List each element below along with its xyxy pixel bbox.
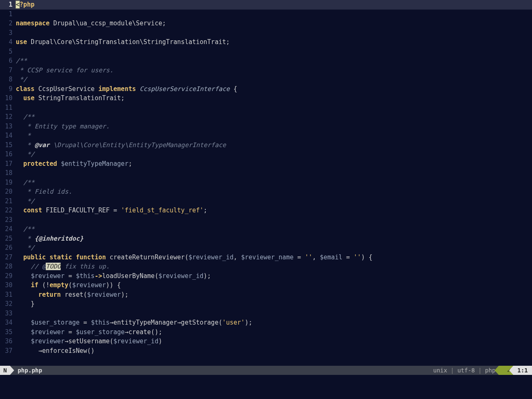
code-content[interactable]: /** (16, 224, 34, 234)
code-content[interactable]: →enforceIsNew() (16, 346, 95, 356)
line-number: 2 (0, 19, 16, 28)
code-content[interactable]: <?php (16, 0, 34, 10)
code-content[interactable]: return reset($reviewer); (16, 290, 128, 300)
code-line[interactable]: 30 if (!empty($reviewer)) { (0, 281, 532, 290)
separator-icon: | (451, 366, 454, 375)
code-line[interactable]: 29 $reviewer = $this->loadUserByName($re… (0, 271, 532, 281)
line-number: 21 (0, 197, 16, 206)
line-number: 37 (0, 346, 16, 356)
code-line[interactable]: 10 use StringTranslationTrait; (0, 94, 532, 103)
code-line[interactable]: 24 /** (0, 224, 532, 234)
code-line[interactable]: 23 (0, 215, 532, 225)
line-number: 32 (0, 299, 16, 309)
code-content[interactable]: protected $entityTypeManager; (16, 159, 132, 169)
code-line[interactable]: 15 * @var \Drupal\Core\Entity\EntityType… (0, 140, 532, 150)
code-content[interactable]: const FIELD_FACULTY_REF = 'field_st_facu… (16, 206, 207, 215)
code-line[interactable]: 1 (0, 10, 532, 19)
code-line[interactable]: 8 */ (0, 75, 532, 84)
code-line[interactable]: 32 } (0, 299, 532, 309)
code-content[interactable]: */ (16, 243, 34, 253)
code-line[interactable]: 25 * {@inheritdoc} (0, 234, 532, 244)
code-line[interactable]: 31 return reset($reviewer); (0, 290, 532, 300)
code-line[interactable]: 33 (0, 309, 532, 318)
code-line[interactable]: 35 $reviewer = $user_storage→create(); (0, 328, 532, 337)
filename-label: php.php (10, 366, 42, 375)
code-line[interactable]: 5 (0, 47, 532, 57)
line-number: 17 (0, 159, 16, 169)
code-line[interactable]: 4use Drupal\Core\StringTranslation\Strin… (0, 37, 532, 47)
code-line[interactable]: 26 */ (0, 243, 532, 253)
code-content[interactable]: * Field ids. (16, 187, 72, 197)
code-content[interactable]: namespace Drupal\ua_ccsp_module\Service; (16, 19, 166, 28)
code-content[interactable]: * (16, 131, 31, 140)
line-number: 10 (0, 94, 16, 103)
line-number: 19 (0, 178, 16, 187)
code-content[interactable]: * {@inheritdoc} (16, 234, 84, 244)
code-content[interactable]: public static function createReturnRevie… (16, 253, 372, 262)
line-number: 16 (0, 150, 16, 159)
line-number: 34 (0, 318, 16, 328)
code-content[interactable]: */ (16, 150, 34, 159)
code-line[interactable]: 27 public static function createReturnRe… (0, 253, 532, 262)
code-line[interactable]: 2namespace Drupal\ua_ccsp_module\Service… (0, 19, 532, 28)
line-number: 28 (0, 262, 16, 271)
code-line[interactable]: 7 * CCSP service for users. (0, 66, 532, 75)
code-line[interactable]: 34 $user_storage = $this→entityTypeManag… (0, 318, 532, 328)
line-number: 31 (0, 290, 16, 300)
code-line[interactable]: 36 $reviewer→setUsername($reviewer_id) (0, 337, 532, 346)
code-line[interactable]: 14 * (0, 131, 532, 140)
code-line[interactable]: 6/** (0, 56, 532, 66)
line-number: 15 (0, 140, 16, 150)
line-number: 1 (0, 0, 16, 10)
code-line[interactable]: 21 */ (0, 197, 532, 206)
line-number: 9 (0, 84, 16, 94)
line-number: 22 (0, 206, 16, 215)
code-line[interactable]: 16 */ (0, 150, 532, 159)
line-number: 5 (0, 47, 16, 57)
line-number: 6 (0, 56, 16, 66)
code-line[interactable]: 3 (0, 28, 532, 38)
mode-indicator: N (0, 366, 10, 375)
line-number: 35 (0, 328, 16, 337)
code-line[interactable]: 28 // @TODO fix this up. (0, 262, 532, 271)
code-content[interactable]: if (!empty($reviewer)) { (16, 281, 121, 290)
code-content[interactable]: * Entity type manager. (16, 122, 110, 131)
code-content[interactable]: $reviewer→setUsername($reviewer_id) (16, 337, 162, 346)
line-number: 11 (0, 103, 16, 113)
code-content[interactable]: $reviewer = $this->loadUserByName($revie… (16, 271, 211, 281)
code-line[interactable]: 11 (0, 103, 532, 113)
code-line[interactable]: 9class CcspUserService implements CcspUs… (0, 84, 532, 94)
line-number: 14 (0, 131, 16, 140)
code-content[interactable]: class CcspUserService implements CcspUse… (16, 84, 237, 94)
code-content[interactable]: // @TODO fix this up. (16, 262, 110, 271)
code-line[interactable]: 12 /** (0, 112, 532, 122)
code-line[interactable]: 20 * Field ids. (0, 187, 532, 197)
code-line[interactable]: 17 protected $entityTypeManager; (0, 159, 532, 169)
editor-viewport[interactable]: 1<?php12namespace Drupal\ua_ccsp_module\… (0, 0, 532, 366)
code-content[interactable]: $reviewer = $user_storage→create(); (16, 328, 162, 337)
line-number: 1 (0, 10, 16, 19)
code-content[interactable]: use Drupal\Core\StringTranslation\String… (16, 37, 230, 47)
code-line[interactable]: 13 * Entity type manager. (0, 122, 532, 131)
code-line[interactable]: 1<?php (0, 0, 532, 10)
statusline: N php.php unix | utf-8 | php ✓ 1:1 (0, 366, 532, 375)
line-number: 30 (0, 281, 16, 290)
code-content[interactable]: * @var \Drupal\Core\Entity\EntityTypeMan… (16, 140, 226, 150)
code-content[interactable]: use StringTranslationTrait; (16, 94, 125, 103)
code-content[interactable]: */ (16, 75, 27, 84)
line-number: 7 (0, 66, 16, 75)
line-number: 33 (0, 309, 16, 318)
code-content[interactable]: /** (16, 112, 34, 122)
line-number: 29 (0, 271, 16, 281)
code-content[interactable]: $user_storage = $this→entityTypeManager→… (16, 318, 252, 328)
code-content[interactable]: */ (16, 197, 34, 206)
code-line[interactable]: 37 →enforceIsNew() (0, 346, 532, 356)
encoding-label: utf-8 (454, 366, 478, 375)
code-content[interactable]: * CCSP service for users. (16, 66, 113, 75)
code-line[interactable]: 19 /** (0, 178, 532, 187)
code-content[interactable]: /** (16, 56, 27, 66)
code-line[interactable]: 22 const FIELD_FACULTY_REF = 'field_st_f… (0, 206, 532, 215)
code-content[interactable]: /** (16, 178, 34, 187)
code-line[interactable]: 18 (0, 168, 532, 178)
code-content[interactable]: } (16, 299, 34, 309)
